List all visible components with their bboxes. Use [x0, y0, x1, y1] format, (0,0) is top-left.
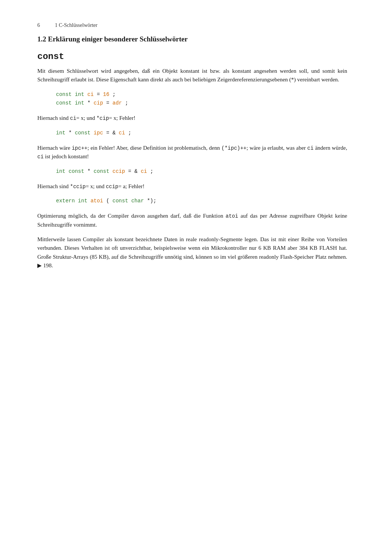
page-number: 6	[37, 22, 40, 28]
var-adr: adr	[112, 100, 122, 106]
code-block-2: int * const ipc = & ci ;	[56, 129, 347, 138]
var-ci-ref-2: ci	[141, 168, 147, 174]
paragraph-5: Optimierung möglich, da der Compiler dav…	[37, 212, 347, 229]
keyword-const-4: const	[69, 168, 84, 174]
keyword-const-3: const	[75, 130, 90, 136]
inline-ipc-pp: ipc++	[72, 145, 87, 151]
keyword-const-6: const	[112, 198, 128, 204]
inline-ipc-deref: (*ipc)++	[221, 145, 246, 151]
keyword-char: char	[131, 198, 144, 204]
inline-cip: *cip	[96, 115, 109, 121]
code-line-2-1: int * const ipc = & ci ;	[56, 129, 347, 138]
keyword-int-2: int	[75, 100, 84, 106]
var-ci: ci	[87, 91, 94, 97]
paragraph-3: Hiernach wäre ipc++; ein Fehler! Aber, d…	[37, 144, 347, 161]
code-block-1: const int ci = 16 ; const int * cip = ad…	[56, 90, 347, 108]
paragraph-6: Mittlerweile lassen Compiler als konstan…	[37, 235, 347, 270]
inline-ccip: ccip	[106, 184, 118, 190]
keyword-int: int	[75, 91, 84, 97]
chapter-label: 1 C-Schlüsselwörter	[55, 22, 97, 28]
keyword-heading: const	[37, 52, 347, 62]
code-block-3: int const * const ccip = & ci ;	[56, 167, 347, 176]
paragraph-1: Mit diesem Schlüsselwort wird angegeben,…	[37, 67, 347, 84]
var-ccip: ccip	[112, 168, 125, 174]
inline-ci-3: ci	[37, 154, 44, 160]
var-ci-ref: ci	[119, 130, 125, 136]
inline-ci: ci	[70, 115, 76, 121]
keyword-const-2: const	[56, 100, 72, 106]
keyword-const-5: const	[94, 168, 109, 174]
var-ipc: ipc	[94, 130, 103, 136]
keyword-section: const Mit diesem Schlüsselwort wird ange…	[37, 52, 347, 270]
keyword-extern: extern	[56, 198, 75, 204]
page-header: 6 1 C-Schlüsselwörter	[37, 22, 347, 28]
keyword-int-3: int	[56, 130, 65, 136]
code-line-3-1: int const * const ccip = & ci ;	[56, 167, 347, 176]
code-line-1-2: const int * cip = adr ;	[56, 99, 347, 108]
keyword-int-4: int	[56, 168, 65, 174]
inline-ci-2: ci	[307, 145, 314, 151]
section-title: 1.2 Erklärung einiger besonderer Schlüss…	[37, 35, 347, 43]
paragraph-4: Hiernach sind *ccip= x; und ccip= a; Feh…	[37, 182, 347, 191]
inline-atoi: atoi	[225, 213, 238, 219]
code-line-4-1: extern int atoi ( const char *);	[56, 197, 347, 206]
keyword-int-5: int	[78, 198, 87, 204]
paragraph-2: Hiernach sind ci= x; und *cip= x; Fehler…	[37, 114, 347, 123]
code-block-4: extern int atoi ( const char *);	[56, 197, 347, 206]
var-cip: cip	[94, 100, 103, 106]
section-header: 1.2 Erklärung einiger besonderer Schlüss…	[37, 35, 347, 43]
code-line-1-1: const int ci = 16 ;	[56, 90, 347, 99]
fn-atoi: atoi	[90, 198, 103, 204]
keyword-const: const	[56, 91, 72, 97]
value-16: 16	[103, 91, 109, 97]
inline-ccip-deref: *ccip	[70, 184, 85, 190]
